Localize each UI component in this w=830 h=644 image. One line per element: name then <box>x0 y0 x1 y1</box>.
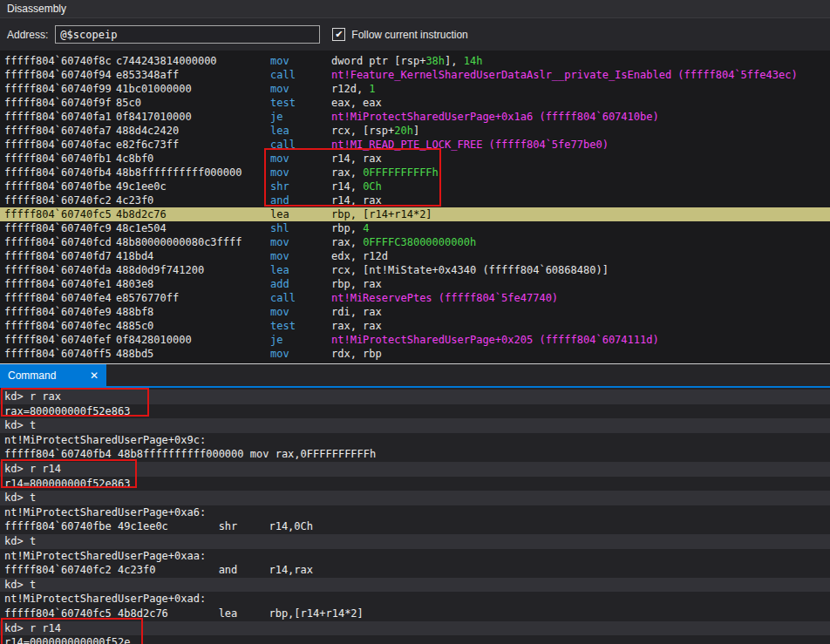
command-input-line: kd> t <box>0 491 830 505</box>
command-input-line: kd> t <box>0 578 830 593</box>
disasm-operands: nt!MI_READ_PTE_LOCK_FREE (fffff804`5fe77… <box>331 138 830 152</box>
disasm-operands: r14, rax <box>331 193 830 207</box>
command-output-line: rax=800000000f52e863 <box>0 404 830 419</box>
disasm-line[interactable]: fffff804`60740ff5488bd5movrdx, rbp <box>0 347 830 361</box>
disasm-line[interactable]: fffff804`60740fc24c23f0andr14, rax <box>0 193 830 207</box>
command-output-line: fffff804`60740fc5 4b8d2c76 lea rbp,[r14+… <box>0 607 830 621</box>
disasm-line[interactable]: fffff804`60740fe9488bf8movrdi, rax <box>0 305 830 319</box>
disasm-line[interactable]: fffff804`60740fbe49c1ee0cshrr14, 0Ch <box>0 180 830 193</box>
disasm-line[interactable]: fffff804`60740fa7488d4c2420learcx, [rsp+… <box>0 124 830 138</box>
disasm-line[interactable]: fffff804`60740fef0f8428010000jent!MiProt… <box>0 333 830 347</box>
disasm-line[interactable]: fffff804`60740f9f85c0testeax, eax <box>0 96 830 110</box>
disasm-line[interactable]: fffff804`60740fd7418bd4movedx, r12d <box>0 249 830 263</box>
disasm-operands: nt!MiReservePtes (fffff804`5fe47740) <box>331 291 830 305</box>
command-input-line: kd> r r14 <box>0 462 830 477</box>
disasm-operands: rdx, rbp <box>331 347 830 361</box>
disasm-line-current[interactable]: fffff804`60740fc54b8d2c76learbp, [r14+r1… <box>0 207 830 221</box>
command-output-line: nt!MiProtectSharedUserPage+0x9c: <box>0 433 830 448</box>
command-tabstrip: Command ✕ <box>0 364 830 386</box>
command-output-line: fffff804`60740fbe 49c1ee0c shr r14,0Ch <box>0 519 830 534</box>
disasm-line[interactable]: fffff804`60740fe4e8576770ffcallnt!MiRese… <box>0 291 830 305</box>
disasm-line[interactable]: fffff804`60740fec4885c0testrax, rax <box>0 319 830 333</box>
address-input[interactable] <box>55 25 320 44</box>
command-output-line: nt!MiProtectSharedUserPage+0xa6: <box>0 505 830 520</box>
command-output-line: r14=800000000f52e863 <box>0 477 830 491</box>
disasm-operands: rax, 0FFFFFFFFFFh <box>331 166 830 180</box>
follow-checkbox-label: Follow current instruction <box>351 29 467 41</box>
disasm-operands: r14, 0Ch <box>331 180 830 193</box>
disasm-line[interactable]: fffff804`60740fc948c1e504shlrbp, 4 <box>0 221 830 235</box>
command-output-line: r14=000000000000f52e <box>0 635 830 644</box>
command-input-line: kd> t <box>0 534 830 549</box>
disasm-operands: nt!Feature_KernelSharedUserDataAslr__pri… <box>331 68 830 82</box>
disasm-operands: nt!MiProtectSharedUserPage+0x205 (fffff8… <box>331 333 830 347</box>
disasm-operands: dword ptr [rsp+38h], 14h <box>331 54 830 68</box>
disasm-operands: rbp, rax <box>331 277 830 291</box>
disasm-operands: r14, rax <box>331 152 830 166</box>
disasm-line[interactable]: fffff804`60740f8cc744243814000000movdwor… <box>0 54 830 68</box>
disasm-operands: rdi, rax <box>331 305 830 319</box>
disasm-operands: rbp, 4 <box>331 221 830 235</box>
disasm-line[interactable]: fffff804`60740fe14803e8addrbp, rax <box>0 277 830 291</box>
tab-command[interactable]: Command ✕ <box>0 364 106 386</box>
disasm-operands: rcx, [nt!MiState+0x4340 (fffff804`608684… <box>331 263 830 277</box>
disasm-line[interactable]: fffff804`60740fda488d0d9f741200learcx, [… <box>0 263 830 277</box>
command-input-line: kd> r r14 <box>0 621 830 636</box>
command-output-line: fffff804`60740fb4 48b8ffffffffff000000 m… <box>0 447 830 462</box>
disasm-line[interactable]: fffff804`60740fb448b8ffffffffff000000mov… <box>0 166 830 180</box>
disasm-line[interactable]: fffff804`60740f94e853348affcallnt!Featur… <box>0 68 830 82</box>
command-input-line: kd> t <box>0 418 830 433</box>
disasm-line[interactable]: fffff804`60740fb14c8bf0movr14, rax <box>0 152 830 166</box>
command-output-line: nt!MiProtectSharedUserPage+0xaa: <box>0 549 830 564</box>
disassembly-titlebar: Disassembly <box>0 0 830 18</box>
disasm-line[interactable]: fffff804`60740fcd48b80000000080c3ffffmov… <box>0 235 830 249</box>
disasm-line[interactable]: fffff804`60740f9941bc01000000movr12d, 1 <box>0 82 830 96</box>
disasm-line[interactable]: fffff804`60740fa10f8417010000jent!MiProt… <box>0 110 830 124</box>
disassembly-title: Disassembly <box>7 3 66 15</box>
follow-checkbox[interactable]: ✔ <box>332 28 345 41</box>
disasm-operands: rcx, [rsp+20h] <box>331 124 830 138</box>
disasm-operands: r12d, 1 <box>331 82 830 96</box>
command-output-line: nt!MiProtectSharedUserPage+0xad: <box>0 592 830 607</box>
command-window: Command ✕ kd> r raxrax=800000000f52e863k… <box>0 363 830 644</box>
command-output[interactable]: kd> r raxrax=800000000f52e863kd> tnt!MiP… <box>0 388 830 644</box>
disasm-operands: eax, eax <box>331 96 830 110</box>
disassembly-window: Disassembly Address: ✔ Follow current in… <box>0 0 830 363</box>
close-icon[interactable]: ✕ <box>90 369 99 382</box>
disasm-operands: edx, r12d <box>331 249 830 263</box>
disassembly-toolbar: Address: ✔ Follow current instruction <box>0 18 830 51</box>
disasm-operands: rbp, [r14+r14*2] <box>331 207 830 221</box>
address-label: Address: <box>7 29 48 41</box>
command-output-line: fffff804`60740fc2 4c23f0 and r14,rax <box>0 563 830 578</box>
disasm-operands: rax, rax <box>331 319 830 333</box>
tab-command-label: Command <box>8 369 56 382</box>
command-input-line: kd> r rax <box>0 390 830 404</box>
disasm-operands: rax, 0FFFFC38000000000h <box>331 235 830 249</box>
disassembly-listing[interactable]: fffff804`60740f8cc744243814000000movdwor… <box>0 51 830 363</box>
disasm-line[interactable]: fffff804`60740face82f6c73ffcallnt!MI_REA… <box>0 138 830 152</box>
disasm-operands: nt!MiProtectSharedUserPage+0x1a6 (fffff8… <box>331 110 830 124</box>
